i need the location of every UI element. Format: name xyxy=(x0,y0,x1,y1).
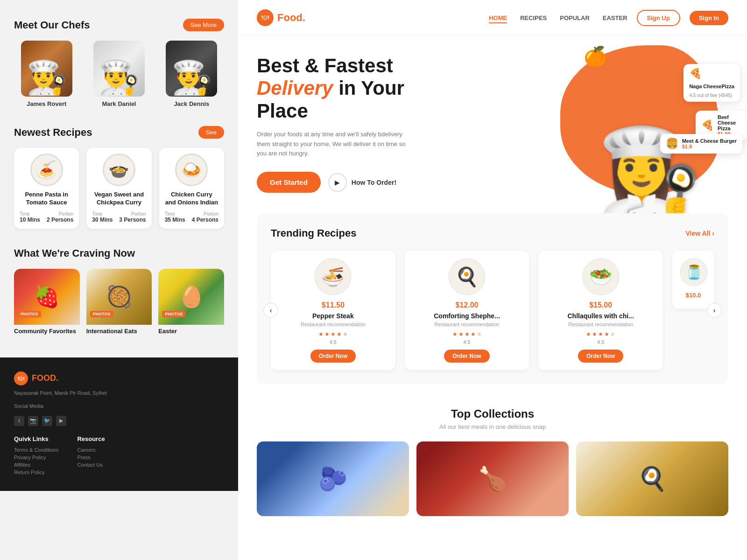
trend-card-2[interactable]: 🍳 $12.00 Comforting Shephe... Restaurant… xyxy=(405,251,529,370)
trend-sub-2: Restaurant recommendation xyxy=(412,322,522,327)
nav-easter[interactable]: EASTER xyxy=(603,14,627,21)
hero-description: Order your foods at any time and we'll s… xyxy=(257,130,416,159)
float-card-naga: 🍕 Naga CheesePizza 4.5 out of five (4545… xyxy=(684,64,740,102)
stars-3: ★ ★ ★ ★ ★ xyxy=(546,331,655,337)
craving-label-2: International Eats xyxy=(86,325,152,335)
next-button[interactable]: › xyxy=(707,303,722,318)
collections-grid: 🫐 🍗 🍳 xyxy=(257,441,728,516)
order-btn-1[interactable]: Order Now xyxy=(310,350,356,363)
portion-value-2: 3 Persons xyxy=(119,217,146,223)
prev-button[interactable]: ‹ xyxy=(263,303,278,318)
resource-link-2[interactable]: Press xyxy=(77,455,105,460)
trending-section: Trending Recipes View All › ‹ 🍜 $11.50 P… xyxy=(257,213,728,384)
trend-sub-3: Restaurant recommendation xyxy=(546,322,655,327)
footer-link-4[interactable]: Return Policy xyxy=(14,469,58,475)
footer-address: Nayasarak Point, Manik Pir Road, Sylhet xyxy=(14,389,224,397)
craving-card-1[interactable]: 🍓 PHOTOS Community Favorites xyxy=(14,269,80,343)
trend-card-1[interactable]: 🍜 $11.50 Pepper Steak Restaurant recomme… xyxy=(271,251,395,370)
navbar: 🍽 Food. HOME RECIPES POPULAR EASTER Sign… xyxy=(238,0,747,36)
time-label-1: Time xyxy=(20,211,47,217)
chef-photo-1: 👨‍🍳 xyxy=(21,41,72,97)
resource-link-3[interactable]: Contact Us xyxy=(77,462,105,468)
social-facebook[interactable]: f xyxy=(14,416,24,426)
order-btn-2[interactable]: Order Now xyxy=(444,350,489,363)
hero-image-area: 👩‍🍳 🍊 🍕 Beef Cheese Pizza $1.99 🍕 Naga C… xyxy=(514,36,747,213)
trend-name-2: Comforting Shephe... xyxy=(412,312,522,320)
time-value-1: 10 Mins xyxy=(20,217,47,223)
recipe-bowl-1: 🍝 xyxy=(30,154,63,186)
time-value-2: 30 Mins xyxy=(92,217,119,223)
hero-title: Best & Fastest Delivery in YourPlace xyxy=(257,55,416,122)
burger-card-price: $1.9 xyxy=(682,144,737,149)
rating-val-1: 4.5 xyxy=(278,339,388,345)
resource-title: Resource xyxy=(77,435,105,442)
nav-recipes[interactable]: RECIPES xyxy=(520,14,547,21)
how-to-button[interactable]: ▶ How To Order! xyxy=(328,173,396,192)
hero-section: Best & Fastest Delivery in YourPlace Ord… xyxy=(238,36,747,213)
collection-item-3[interactable]: 🍳 xyxy=(576,441,728,516)
quick-links-title: Quivk Links xyxy=(14,435,58,442)
recipes-section-header: Newest Recipes See xyxy=(14,126,224,139)
recipe-meta-3: Time 35 Mins Portion 4 Persons xyxy=(165,211,218,223)
social-twitter[interactable]: 🐦 xyxy=(42,416,52,426)
stars-1: ★ ★ ★ ★ ★ xyxy=(278,331,388,337)
recipe-card-1[interactable]: 🍝 Penne Pasta in Tomato Sauce Time 10 Mi… xyxy=(14,148,79,229)
beef-card-name: Beef Cheese Pizza xyxy=(718,114,741,131)
social-youtube[interactable]: ▶ xyxy=(56,416,66,426)
trending-header: Trending Recipes View All › xyxy=(271,227,714,239)
naga-icon: 🍕 xyxy=(689,68,702,80)
trending-cards: ‹ 🍜 $11.50 Pepper Steak Restaurant recom… xyxy=(271,251,714,370)
stars-2: ★ ★ ★ ★ ★ xyxy=(412,331,522,337)
chefs-see-more-button[interactable]: See More xyxy=(183,19,224,31)
nav-home[interactable]: HOME xyxy=(489,14,507,23)
collection-item-2[interactable]: 🍗 xyxy=(416,441,569,516)
burger-card-name: Meet & Cheese Burger xyxy=(682,138,737,144)
trend-sub-1: Restaurant recommendation xyxy=(278,322,388,327)
float-card-burger: 🍔 Meet & Cheese Burger $1.9 xyxy=(660,134,742,154)
craving-label-3: Easter xyxy=(158,325,224,335)
social-instagram[interactable]: 📷 xyxy=(28,416,38,426)
recipe-meta-1: Time 10 Mins Portion 2 Persons xyxy=(20,211,73,223)
footer-social-icons: f 📷 🐦 ▶ xyxy=(14,416,224,426)
craving-badge-1: PHOTOS xyxy=(18,311,41,317)
time-label-3: Time xyxy=(165,211,192,217)
recipe-name-2: Vegan Sweet and Chickpea Curry xyxy=(92,191,146,207)
footer-link-1[interactable]: Terms & Conditions xyxy=(14,447,58,453)
left-panel: Meet Our Chefs See More 👨‍🍳 James Rovert… xyxy=(0,0,238,560)
burger-icon: 🍔 xyxy=(666,138,678,150)
trend-img-1: 🍜 xyxy=(314,258,352,295)
view-all-link[interactable]: View All › xyxy=(685,230,714,237)
footer-logo-icon: 🍽 xyxy=(14,371,28,385)
collection-item-1[interactable]: 🫐 xyxy=(257,441,409,516)
recipes-grid: 🍝 Penne Pasta in Tomato Sauce Time 10 Mi… xyxy=(14,148,224,229)
craving-card-3[interactable]: 🥚 PHOTOS Easter xyxy=(158,269,224,343)
footer-resource: Resource Careers Press Contact Us xyxy=(77,435,105,477)
nav-signup-button[interactable]: Sign Up xyxy=(637,10,680,26)
footer-link-2[interactable]: Privacy Policy xyxy=(14,455,58,460)
nav-popular[interactable]: POPULAR xyxy=(560,14,590,21)
nav-signin-button[interactable]: Sign In xyxy=(690,11,728,25)
trend-img-4: 🫙 xyxy=(680,258,708,286)
recipes-see-more-button[interactable]: See xyxy=(198,126,224,139)
order-btn-3[interactable]: Order Now xyxy=(578,350,623,363)
chefs-grid: 👨‍🍳 James Rovert 👨‍🍳 Mark Daniel 👨‍🍳 Jac… xyxy=(14,41,224,107)
portion-label-2: Portion xyxy=(119,211,146,217)
resource-link-1[interactable]: Careers xyxy=(77,447,105,453)
craving-title: What We're Craving Now xyxy=(14,247,135,259)
craving-card-2[interactable]: 🥘 PHOTOS International Eats xyxy=(86,269,152,343)
chef-card-1: 👨‍🍳 James Rovert xyxy=(14,41,79,107)
footer-link-3[interactable]: Affilites xyxy=(14,462,58,468)
chevron-right-icon: › xyxy=(712,230,714,237)
trend-card-4[interactable]: 🫙 $10.0 xyxy=(672,251,714,309)
chefs-section-header: Meet Our Chefs See More xyxy=(14,19,224,31)
get-started-button[interactable]: Get Started xyxy=(257,172,321,193)
star-4: ★ xyxy=(337,331,342,337)
recipe-card-3[interactable]: 🍛 Chicken Curry and Onions Indian Time 3… xyxy=(159,148,224,229)
trending-title: Trending Recipes xyxy=(271,227,356,239)
recipe-meta-2: Time 30 Mins Portion 3 Persons xyxy=(92,211,146,223)
right-panel: 🍽 Food. HOME RECIPES POPULAR EASTER Sign… xyxy=(238,0,747,560)
recipes-title: Newest Recipes xyxy=(14,126,92,139)
star-1: ★ xyxy=(318,331,324,337)
trend-card-3[interactable]: 🥗 $15.00 Chllaqulles with chi... Restaur… xyxy=(538,251,663,370)
recipe-card-2[interactable]: 🍲 Vegan Sweet and Chickpea Curry Time 30… xyxy=(86,148,151,229)
